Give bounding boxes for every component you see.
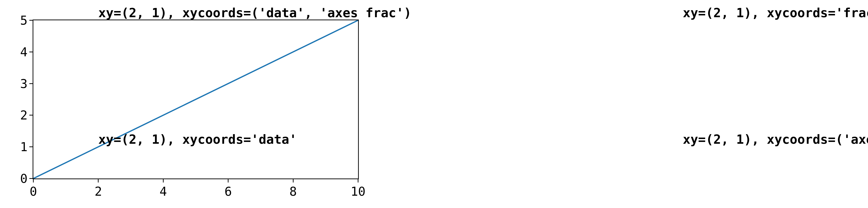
annotation-axesfrac-data: xy=(2, 1), xycoords=('axes frac', 'data'…: [683, 132, 868, 147]
y-tick-label: 5: [20, 13, 28, 28]
x-tick-label: 8: [289, 184, 297, 199]
annotation-data: xy=(2, 1), xycoords='data': [98, 132, 297, 147]
x-tick-mark: [228, 178, 228, 182]
x-tick-mark: [163, 178, 164, 182]
x-tick-mark: [293, 178, 293, 182]
x-tick-label: 4: [159, 184, 167, 199]
y-tick-label: 3: [20, 76, 28, 91]
x-tick-label: 2: [95, 184, 102, 199]
y-tick-label: 1: [20, 140, 28, 154]
y-tick-mark: [29, 146, 33, 147]
plot-area: 0 1 2 3 4 5 0 2 4 6 8 10 xy=(2, 1), xyco…: [33, 20, 359, 179]
line-plot: [33, 20, 358, 178]
y-tick-mark: [29, 115, 33, 115]
x-tick-label: 0: [30, 184, 37, 199]
y-tick-mark: [29, 83, 33, 84]
annotation-data-axesfrac: xy=(2, 1), xycoords=('data', 'axes frac'…: [98, 5, 411, 20]
x-tick-mark: [98, 178, 99, 182]
y-tick-label: 0: [20, 171, 28, 186]
y-tick-label: 4: [20, 45, 28, 59]
x-tick-mark: [33, 178, 34, 182]
x-tick-label: 10: [351, 184, 366, 199]
chart-container: 0 1 2 3 4 5 0 2 4 6 8 10 xy=(2, 1), xyco…: [0, 0, 868, 208]
x-tick-label: 6: [224, 184, 232, 199]
x-tick-mark: [358, 178, 359, 182]
y-tick-mark: [29, 20, 33, 21]
y-tick-label: 2: [20, 108, 28, 123]
y-tick-mark: [29, 51, 33, 52]
svg-line-0: [33, 20, 358, 178]
y-tick-mark: [29, 178, 33, 179]
annotation-frac: xy=(2, 1), xycoords='frac': [683, 5, 868, 20]
